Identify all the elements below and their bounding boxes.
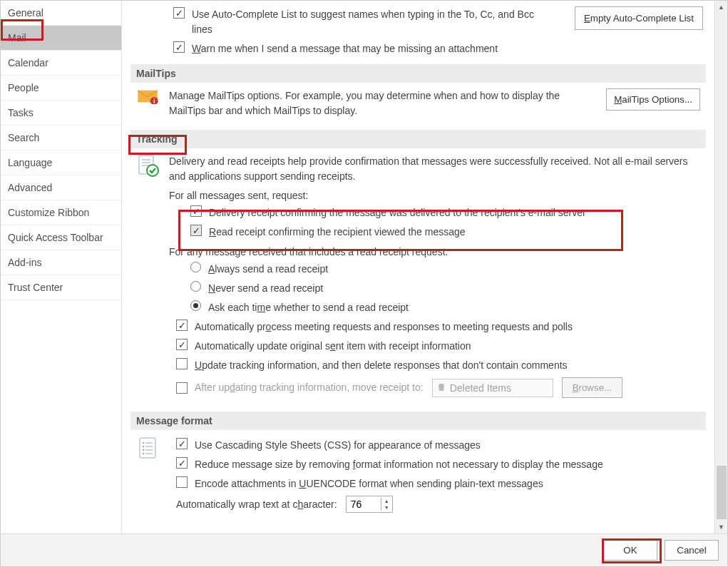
tracking-for-all-label: For all messages sent, request:	[169, 188, 703, 203]
checkbox-use-css[interactable]	[176, 438, 188, 449]
wrap-character-spinner[interactable]: ▲ ▼	[346, 496, 393, 513]
sidebar-item-search[interactable]: Search	[1, 126, 121, 150]
svg-point-15	[143, 453, 145, 455]
sidebar-item-advanced[interactable]: Advanced	[1, 175, 121, 200]
cancel-button[interactable]: Cancel	[665, 540, 719, 561]
tracking-for-any-label: For any message received that includes a…	[169, 245, 703, 260]
mailtips-icon: i	[136, 88, 159, 106]
section-tracking-header: Tracking	[130, 130, 706, 148]
svg-point-9	[143, 442, 145, 444]
sidebar-item-add-ins[interactable]: Add-ins	[1, 250, 121, 275]
checkbox-reduce-size[interactable]	[176, 457, 188, 469]
label-encode-uuencode: Encode attachments in UUENCODE format wh…	[195, 476, 543, 491]
browse-button: Browse...	[562, 377, 623, 398]
sidebar-item-general[interactable]: General	[1, 1, 121, 26]
options-content: Use Auto-Complete List to suggest names …	[122, 1, 714, 533]
dialog-footer: OK Cancel	[1, 533, 727, 566]
trash-icon	[437, 382, 446, 394]
label-auto-update-sent: Automatically update original sent item …	[195, 339, 471, 354]
spinner-down[interactable]: ▼	[381, 504, 392, 511]
message-format-icon	[136, 436, 160, 462]
label-update-tracking-delete: Update tracking information, and then de…	[195, 358, 568, 373]
scrollbar[interactable]: ▲ ▼	[714, 1, 727, 533]
mailtips-description: Manage MailTips options. For example, yo…	[169, 88, 583, 118]
scroll-up[interactable]: ▲	[715, 1, 727, 14]
label-reduce-size: Reduce message size by removing format i…	[195, 457, 603, 472]
label-wrap-at: Automatically wrap text at character:	[176, 497, 337, 512]
label-delivery-receipt: Delivery receipt confirming the message …	[209, 205, 586, 220]
radio-never-send[interactable]	[190, 281, 201, 292]
label-never-send: Never send a read receipt	[208, 281, 323, 296]
scroll-down[interactable]: ▼	[715, 521, 727, 533]
sidebar-item-language[interactable]: Language	[1, 150, 121, 175]
checkbox-auto-process-meeting[interactable]	[176, 320, 188, 331]
label-warn-attachment: Warn me when I send a message that may b…	[192, 41, 498, 56]
sidebar-item-tasks[interactable]: Tasks	[1, 101, 121, 126]
spinner-up[interactable]: ▲	[381, 498, 392, 504]
svg-point-13	[143, 449, 145, 451]
ok-button[interactable]: OK	[603, 540, 657, 561]
svg-point-11	[143, 446, 145, 448]
checkbox-auto-update-sent[interactable]	[176, 339, 188, 350]
label-after-updating-move: After updating tracking information, mov…	[195, 380, 424, 395]
wrap-character-input[interactable]	[347, 496, 381, 512]
label-read-receipt: Read receipt confirming the recipient vi…	[209, 225, 466, 240]
empty-autocomplete-button[interactable]: Empty Auto-Complete List	[575, 6, 703, 30]
checkbox-encode-uuencode[interactable]	[176, 476, 188, 488]
checkbox-delivery-receipt[interactable]	[190, 205, 202, 217]
sidebar-item-people[interactable]: People	[1, 76, 121, 101]
scroll-thumb[interactable]	[717, 466, 727, 519]
section-message-format-header: Message format	[130, 412, 706, 430]
section-mailtips-header: MailTips	[130, 64, 706, 83]
move-receipt-folder-input: Deleted Items	[432, 379, 553, 397]
radio-always-send[interactable]	[190, 262, 201, 272]
sidebar-item-trust-center[interactable]: Trust Center	[1, 275, 121, 300]
tracking-icon	[136, 154, 160, 180]
label-use-css: Use Cascading Style Sheets (CSS) for app…	[195, 438, 481, 453]
svg-rect-8	[140, 438, 155, 458]
label-autocomplete: Use Auto-Complete List to suggest names …	[192, 7, 555, 37]
checkbox-autocomplete[interactable]	[173, 7, 185, 19]
label-always-send: Always send a read receipt	[208, 262, 328, 277]
mailtips-options-button[interactable]: MailTips Options...	[606, 88, 700, 111]
sidebar-item-calendar[interactable]: Calendar	[1, 51, 121, 76]
svg-text:i: i	[153, 98, 155, 104]
sidebar-item-quick-access-toolbar[interactable]: Quick Access Toolbar	[1, 225, 121, 250]
label-auto-process-meeting: Automatically process meeting requests a…	[195, 320, 573, 334]
label-ask-each-time: Ask each time whether to send a read rec…	[208, 300, 409, 315]
sidebar-item-mail[interactable]: Mail	[1, 26, 121, 51]
tracking-description: Delivery and read receipts help provide …	[169, 154, 703, 184]
sidebar: General Mail Calendar People Tasks Searc…	[1, 1, 122, 533]
checkbox-warn-attachment[interactable]	[173, 41, 185, 53]
checkbox-update-tracking-delete[interactable]	[176, 358, 188, 369]
sidebar-item-customize-ribbon[interactable]: Customize Ribbon	[1, 200, 121, 225]
radio-ask-each-time[interactable]	[190, 300, 201, 311]
svg-rect-7	[439, 384, 444, 385]
checkbox-after-updating-move[interactable]	[176, 382, 188, 394]
checkbox-read-receipt[interactable]	[190, 225, 202, 236]
